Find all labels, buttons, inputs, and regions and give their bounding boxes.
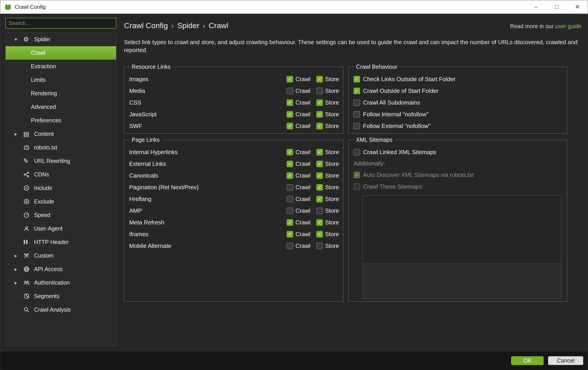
store-label: Store [325,184,339,191]
sidebar-item-extraction[interactable]: Extraction [6,60,116,73]
store-checkbox[interactable] [316,184,323,191]
sidebar-item-robots-txt[interactable]: robots.txt [6,141,116,154]
link-type-row: ImagesCrawlStore [129,73,339,85]
sidebar-item-crawl[interactable]: Crawl [6,46,116,60]
sidebar-item-exclude[interactable]: Exclude [6,195,116,208]
breadcrumb-part: Crawl [209,21,228,30]
store-checkbox[interactable] [316,111,323,118]
option-checkbox[interactable] [354,123,360,129]
minimize-icon[interactable]: – [525,0,546,13]
sidebar-item-label: API Access [34,266,63,272]
crawl-checkbox[interactable] [287,88,293,94]
user-guide-link[interactable]: user guide [555,23,581,29]
crawl-checkbox[interactable] [287,231,293,237]
crawl-checkbox[interactable] [287,76,293,82]
sidebar-item-custom[interactable]: ▸Custom [6,249,116,263]
crawl-checkbox[interactable] [287,123,293,129]
chevron-right-icon[interactable]: ▸ [15,280,23,286]
store-checkbox[interactable] [316,219,323,226]
store-checkbox[interactable] [316,231,323,237]
option-checkbox[interactable] [354,111,360,118]
crawl-checkbox[interactable] [287,243,293,249]
link-type-row: CSSCrawlStore [129,97,339,108]
chevron-right-icon[interactable]: ▸ [15,253,23,258]
store-checkbox[interactable] [316,99,323,106]
ok-button[interactable]: OK [511,356,544,365]
crawl-checkbox[interactable] [287,172,293,179]
option-label: Check Links Outside of Start Folder [363,76,455,83]
link-type-label: iframes [129,231,281,238]
sidebar-item-content[interactable]: ▸▤Content [6,127,116,141]
option-checkbox[interactable] [354,99,360,106]
store-checkbox[interactable] [316,172,323,179]
option-checkbox[interactable] [354,76,360,82]
store-checkbox[interactable] [316,88,323,94]
sidebar-item-label: Exclude [34,198,54,205]
crawl-checkbox-group: Crawl [287,149,310,156]
store-checkbox[interactable] [316,243,323,249]
sidebar-item-include[interactable]: Include [6,181,116,195]
sidebar-item-label: robots.txt [34,144,57,151]
crawl-checkbox[interactable] [287,111,293,118]
store-checkbox-group: Store [316,123,339,130]
crawl-checkbox[interactable] [287,219,293,226]
store-checkbox[interactable] [316,123,323,129]
crawl-checkbox[interactable] [287,184,293,191]
sidebar-item-rendering[interactable]: Rendering [6,87,116,100]
option-label: Crawl All Subdomains [363,99,420,106]
option-checkbox[interactable] [354,88,360,94]
store-checkbox[interactable] [316,161,323,167]
sidebar-item-label: CDNs [34,171,49,178]
chevron-right-icon[interactable]: ▸ [15,131,23,137]
page-links-legend: Page Links [130,136,162,143]
page-links-rows: Internal HyperlinksCrawlStoreExternal Li… [129,146,339,252]
sidebar-item-spider[interactable]: ▾⚙Spider [6,33,116,46]
cross-circle-icon [23,198,34,205]
option-checkbox[interactable] [354,149,360,155]
sidebar-item-label: User-Agent [34,225,63,232]
store-checkbox[interactable] [316,196,323,202]
crawl-checkbox[interactable] [287,161,293,167]
store-checkbox[interactable] [316,149,323,155]
sidebar-item-cdns[interactable]: CDNs [6,168,116,181]
store-checkbox[interactable] [316,207,323,214]
link-type-row: AMPCrawlStore [129,205,339,216]
sidebar-item-api-access[interactable]: ▸API Access [6,263,116,276]
crawl-label: Crawl [295,172,310,179]
search-input[interactable] [5,18,116,29]
sidebar-item-url-rewriting[interactable]: ✎URL Rewriting [6,154,116,168]
close-icon[interactable]: ✕ [567,0,588,13]
sidebar-item-user-agent[interactable]: User-Agent [6,222,116,236]
crawl-checkbox[interactable] [287,196,293,202]
sidebar-item-label: Rendering [31,90,57,97]
speed-icon [23,212,34,218]
sidebar-item-label: Spider [34,36,50,42]
sidebar-item-authentication[interactable]: ▸Authentication [6,276,116,289]
xml-sitemaps-disabled-rows: Auto Discover XML Sitemaps via robots.tx… [354,169,563,192]
maximize-icon[interactable]: □ [546,0,567,13]
chevron-right-icon[interactable]: ▸ [15,267,23,272]
sidebar-item-advanced[interactable]: Advanced [6,100,116,114]
pencil-icon: ✎ [23,157,34,165]
option-row: Crawl All Subdomains [354,97,563,108]
crawl-label: Crawl [295,242,310,249]
option-row: Follow External "nofollow" [354,120,563,132]
link-type-row: MediaCrawlStore [129,85,339,97]
sidebar-item-speed[interactable]: Speed [6,208,116,222]
sidebar-item-preferences[interactable]: Preferences [6,114,116,127]
sidebar-item-limits[interactable]: Limits [6,73,116,87]
store-checkbox[interactable] [316,76,323,82]
cancel-button[interactable]: Cancel [548,356,583,365]
link-type-label: SWF [129,123,281,130]
crawl-checkbox[interactable] [287,99,293,106]
crawl-checkbox[interactable] [287,207,293,214]
crawl-checkbox[interactable] [287,149,293,155]
crawl-label: Crawl [295,111,310,118]
chevron-down-icon[interactable]: ▾ [15,37,23,42]
xml-sitemaps-rows: Crawl Linked XML Sitemaps [354,146,563,158]
breadcrumb-separator: › [203,21,205,30]
sidebar-item-segments[interactable]: Segments [6,289,116,303]
settings-panels: Resource Links ImagesCrawlStoreMediaCraw… [124,63,581,301]
sidebar-item-crawl-analysis[interactable]: Crawl Analysis [6,303,116,317]
sidebar-item-http-header[interactable]: HHTTP Header [6,236,116,249]
